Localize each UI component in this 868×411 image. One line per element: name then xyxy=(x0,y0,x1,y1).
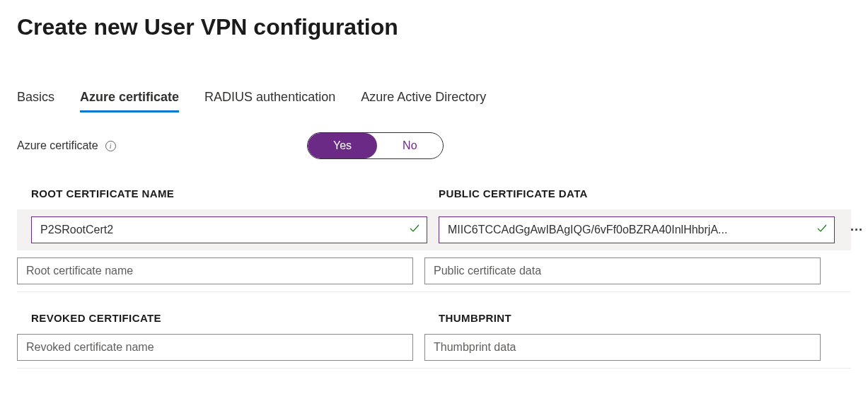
revoked-cert-name-input[interactable] xyxy=(17,334,413,361)
header-root-certificate-name: ROOT CERTIFICATE NAME xyxy=(31,187,427,199)
info-icon[interactable]: i xyxy=(105,141,116,151)
toggle-yes[interactable]: Yes xyxy=(308,133,377,158)
root-cert-name-input-1[interactable] xyxy=(31,216,427,243)
tab-azure-certificate[interactable]: Azure certificate xyxy=(80,90,179,112)
root-cert-row-1: ··· xyxy=(17,209,851,250)
thumbprint-input[interactable] xyxy=(424,334,821,361)
header-public-certificate-data: PUBLIC CERTIFICATE DATA xyxy=(439,187,835,199)
tab-azure-active-directory[interactable]: Azure Active Directory xyxy=(361,90,486,112)
azure-certificate-label: Azure certificate xyxy=(17,139,98,152)
root-cert-name-input-2[interactable] xyxy=(17,257,413,284)
root-cert-row-2 xyxy=(17,257,851,292)
public-cert-data-input-2[interactable] xyxy=(424,257,821,284)
yes-no-toggle: Yes No xyxy=(307,132,444,159)
more-actions-button[interactable]: ··· xyxy=(846,216,867,243)
header-thumbprint: THUMBPRINT xyxy=(439,312,835,324)
tab-radius-authentication[interactable]: RADIUS authentication xyxy=(204,90,335,112)
tab-basics[interactable]: Basics xyxy=(17,90,54,112)
public-cert-data-input-1[interactable] xyxy=(439,216,835,243)
page-title: Create new User VPN configuration xyxy=(17,14,851,40)
toggle-no[interactable]: No xyxy=(377,133,442,158)
tab-list: Basics Azure certificate RADIUS authenti… xyxy=(17,90,851,112)
revoked-cert-row xyxy=(17,334,851,369)
header-revoked-certificate: REVOKED CERTIFICATE xyxy=(31,312,427,324)
azure-certificate-toggle-row: Azure certificate i Yes No xyxy=(17,132,851,159)
